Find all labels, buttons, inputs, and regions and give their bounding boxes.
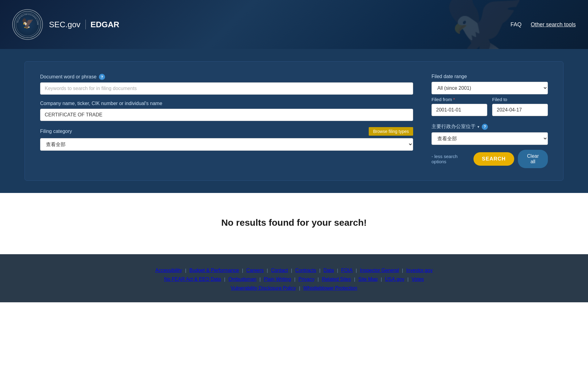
footer-link-related-sites[interactable]: Related Sites	[322, 277, 351, 282]
doc-word-label: Document word or phrase ?	[40, 74, 413, 80]
clear-all-button[interactable]: Clear all	[518, 150, 548, 168]
header-nav: FAQ Other search tools	[511, 21, 576, 28]
footer-link-ombudsman[interactable]: Ombudsman	[228, 277, 257, 282]
footer-link-budget-&-performance[interactable]: Budget & Performance	[189, 268, 239, 273]
footer-separator: |	[221, 275, 228, 283]
edgar-label: EDGAR	[91, 20, 119, 29]
footer-separator: |	[256, 275, 264, 283]
footer-link-contracts[interactable]: Contracts	[295, 268, 316, 273]
doc-word-input[interactable]	[40, 82, 413, 95]
footer-link-privacy[interactable]: Privacy	[299, 277, 315, 282]
company-name-input[interactable]	[40, 109, 413, 121]
location-group: 主要行政办公室位于 ▾ ? 查看全部	[432, 123, 548, 145]
date-range-group: Filed date range All (since 2001) Filed …	[432, 74, 548, 145]
company-name-label: Company name, ticker, CIK number or indi…	[40, 101, 413, 106]
footer-separator: |	[351, 275, 358, 283]
date-range-select[interactable]: All (since 2001)	[432, 82, 548, 94]
header-title-group: SEC.gov EDGAR	[49, 20, 119, 29]
search-grid: Document word or phrase ? Company name, …	[40, 74, 548, 168]
filing-category-select[interactable]: 查看全部	[40, 138, 413, 151]
footer-row-2: No FEAR Act & EEO Data|Ombudsman|Plain W…	[12, 275, 576, 283]
doc-word-help-icon[interactable]: ?	[99, 74, 105, 80]
footer-link-inspector-general[interactable]: Inspector General	[360, 268, 399, 273]
less-options-link[interactable]: - less search options	[432, 154, 467, 164]
footer-separator: |	[239, 266, 246, 274]
filed-to-group: Filed to	[492, 97, 548, 116]
location-label[interactable]: 主要行政办公室位于 ▾	[432, 123, 479, 130]
other-search-tools-link[interactable]: Other search tools	[531, 21, 576, 28]
action-row: - less search options SEARCH Clear all	[432, 150, 548, 168]
footer-link-contact[interactable]: Contact	[271, 268, 288, 273]
footer-separator: |	[352, 266, 360, 274]
footer-link-usa.gov[interactable]: USA.gov	[385, 277, 404, 282]
doc-word-group: Document word or phrase ?	[40, 74, 413, 95]
results-section: No results found for your search!	[0, 193, 588, 254]
svg-text:🦅: 🦅	[21, 17, 34, 29]
search-right-column: Filed date range All (since 2001) Filed …	[432, 74, 548, 168]
footer-separator: |	[315, 275, 322, 283]
filed-from-group: Filed from *	[432, 97, 487, 116]
footer-row-1: Accessibility|Budget & Performance|Caree…	[12, 266, 576, 274]
date-range-label: Filed date range	[432, 74, 548, 79]
footer-separator: |	[378, 275, 385, 283]
location-help-icon[interactable]: ?	[482, 124, 488, 130]
footer-separator: |	[288, 266, 295, 274]
footer-link-no-fear-act-&-eeo-data[interactable]: No FEAR Act & EEO Data	[164, 277, 221, 282]
footer-link-whistleblower-protection[interactable]: Whistleblower Protection	[303, 285, 357, 291]
footer-row-3: Vulnerability Disclosure Policy|Whistleb…	[12, 284, 576, 292]
footer-separator: |	[399, 266, 406, 274]
filed-to-input[interactable]	[492, 104, 548, 116]
footer-separator: |	[291, 275, 299, 283]
filed-to-label: Filed to	[492, 97, 548, 102]
search-box: Document word or phrase ? Company name, …	[24, 61, 564, 181]
footer-link-careers[interactable]: Careers	[246, 268, 264, 273]
filing-category-label: Filing category	[40, 129, 72, 134]
footer-separator: |	[316, 266, 323, 274]
search-button[interactable]: SEARCH	[473, 152, 514, 166]
filed-from-label: Filed from *	[432, 97, 487, 102]
footer-link-foia[interactable]: FOIA	[341, 268, 352, 273]
site-footer: Accessibility|Budget & Performance|Caree…	[0, 254, 588, 302]
no-results-message: No results found for your search!	[12, 217, 576, 228]
filing-category-group: Filing category Browse filing types 查看全部	[40, 127, 413, 151]
location-dropdown-arrow: ▾	[477, 125, 479, 129]
filed-from-required: *	[453, 97, 455, 102]
filing-category-header: Filing category Browse filing types	[40, 127, 413, 136]
footer-link-plain-writing[interactable]: Plain Writing	[264, 277, 291, 282]
browse-filing-types-button[interactable]: Browse filing types	[369, 127, 413, 136]
sec-logo: 🦅 SECURITIES AND EXCHANGE COMMISSION	[12, 9, 43, 40]
site-header: 🦅 🦅 SECURITIES AND EXCHANGE COMMISSION S…	[0, 0, 588, 49]
footer-separator: |	[404, 275, 412, 283]
date-from-to-row: Filed from * Filed to	[432, 97, 548, 116]
footer-separator: |	[296, 284, 303, 292]
header-title-divider	[85, 20, 86, 29]
faq-link[interactable]: FAQ	[511, 21, 522, 28]
company-name-group: Company name, ticker, CIK number or indi…	[40, 101, 413, 121]
footer-separator: |	[182, 266, 189, 274]
location-select[interactable]: 查看全部	[432, 132, 548, 145]
footer-link-site-map[interactable]: Site Map	[358, 277, 378, 282]
search-section: Document word or phrase ? Company name, …	[0, 49, 588, 193]
sec-gov-label: SEC.gov	[49, 20, 81, 29]
footer-link-investor.gov[interactable]: Investor.gov	[406, 268, 432, 273]
footer-link-vulnerability-disclosure-policy[interactable]: Vulnerability Disclosure Policy	[231, 285, 296, 291]
search-left-column: Document word or phrase ? Company name, …	[40, 74, 413, 168]
footer-link-data[interactable]: Data	[323, 268, 334, 273]
footer-link-accessibility[interactable]: Accessibility	[155, 268, 182, 273]
footer-link-votes[interactable]: Votes	[412, 277, 424, 282]
footer-separator: |	[334, 266, 341, 274]
filed-from-input[interactable]	[432, 104, 487, 116]
footer-separator: |	[264, 266, 271, 274]
